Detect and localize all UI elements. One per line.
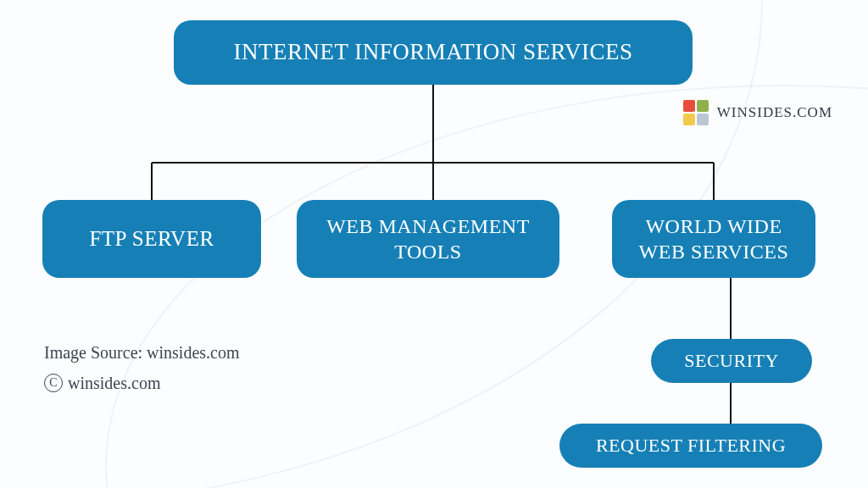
- copyright-icon: C: [44, 374, 63, 392]
- watermark-text: WINSIDES.COM: [717, 104, 832, 121]
- node-world-wide-web-services: WORLD WIDE WEB SERVICES: [612, 200, 815, 278]
- node-label: INTERNET INFORMATION SERVICES: [234, 38, 633, 67]
- node-web-management-tools: WEB MANAGEMENT TOOLS: [297, 200, 559, 278]
- node-label: SECURITY: [684, 349, 779, 373]
- credits-block: Image Source: winsides.com C winsides.co…: [44, 337, 240, 398]
- node-ftp-server: FTP SERVER: [42, 200, 261, 278]
- node-security: SECURITY: [651, 339, 812, 383]
- node-label: WEB MANAGEMENT TOOLS: [314, 214, 542, 264]
- node-label: FTP SERVER: [89, 225, 214, 252]
- winsides-logo-icon: [683, 100, 709, 125]
- diagram-stage: INTERNET INFORMATION SERVICES FTP SERVER…: [0, 0, 868, 488]
- watermark: WINSIDES.COM: [683, 100, 832, 125]
- node-request-filtering: REQUEST FILTERING: [559, 424, 822, 468]
- image-source-text: Image Source: winsides.com: [44, 337, 240, 368]
- node-label: REQUEST FILTERING: [596, 434, 786, 458]
- copyright-text: winsides.com: [68, 368, 160, 398]
- node-internet-information-services: INTERNET INFORMATION SERVICES: [174, 20, 693, 85]
- node-label: WORLD WIDE WEB SERVICES: [629, 214, 798, 264]
